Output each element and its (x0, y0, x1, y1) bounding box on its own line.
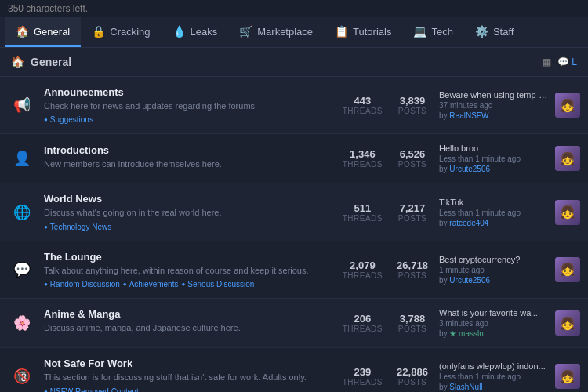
threads-stat: 511 THREADS (343, 202, 383, 223)
latest-author[interactable]: Urcute2506 (449, 276, 490, 285)
forum-info: Announcements Check here for news and up… (44, 86, 335, 124)
threads-label: THREADS (343, 214, 383, 223)
table-row: 💬 The Lounge Talk about anything here, w… (0, 241, 588, 299)
avatar: 👧 (555, 364, 580, 389)
avatar-img: 👧 (555, 257, 580, 282)
chat-icon[interactable]: 💬 L (557, 56, 577, 67)
nav-tab-leaks[interactable]: 💧 Leaks (162, 17, 229, 47)
forum-tag[interactable]: Technology News (44, 223, 111, 231)
latest-by: by RealNSFW (439, 111, 549, 120)
nav-label-leaks: Leaks (191, 26, 218, 38)
nav-label-staff: Staff (493, 26, 514, 38)
latest-post-title[interactable]: Best cryptocurrency? (439, 255, 549, 264)
forum-stats: 1,346 THREADS 6,526 POSTS (343, 148, 431, 169)
posts-value: 3,839 (400, 95, 426, 107)
forum-title[interactable]: Announcements (44, 86, 335, 98)
nav-tab-staff[interactable]: ⚙️ Staff (464, 17, 525, 47)
latest-by: by ratcode404 (439, 219, 549, 227)
section-home-icon: 🏠 (11, 56, 24, 68)
home-icon: 🏠 (16, 25, 29, 38)
forum-latest: What is your favorite wai... 3 minutes a… (439, 308, 580, 338)
posts-stat: 6,526 POSTS (394, 148, 431, 169)
forum-desc: Talk about anything here, within reason … (44, 265, 335, 277)
avatar-img: 👧 (555, 364, 580, 389)
avatar-img: 👧 (555, 200, 580, 225)
forum-latest: TikTok Less than 1 minute ago by ratcode… (439, 198, 580, 227)
forum-title[interactable]: Introductions (44, 144, 335, 156)
forum-stats: 443 THREADS 3,839 POSTS (343, 95, 431, 115)
posts-label: POSTS (398, 325, 426, 333)
threads-value: 206 (354, 313, 372, 325)
forum-tags: Technology News (44, 223, 335, 231)
forum-title[interactable]: Anime & Manga (44, 308, 335, 320)
forum-tag[interactable]: Serious Discussion (181, 280, 254, 289)
forum-title[interactable]: World News (44, 193, 335, 205)
forum-info: Introductions New members can introduce … (44, 144, 335, 173)
latest-author[interactable]: RealNSFW (449, 111, 488, 120)
forum-desc: Check here for news and updates regardin… (44, 100, 335, 112)
posts-value: 3,788 (400, 313, 426, 325)
forum-stats: 206 THREADS 3,788 POSTS (343, 313, 431, 333)
latest-author[interactable]: SlashNull (449, 383, 482, 391)
table-row: 🌐 World News Discuss what's going on in … (0, 183, 588, 241)
section-header-right: ▦ 💬 L (543, 56, 577, 67)
nav-bar: 🏠 General 🔒 Cracking 💧 Leaks 🛒 Marketpla… (0, 17, 588, 48)
nav-tab-general[interactable]: 🏠 General (5, 17, 81, 47)
forum-latest: Best cryptocurrency? 1 minute ago by Urc… (439, 255, 580, 285)
leaks-icon: 💧 (172, 25, 186, 38)
latest-post-title[interactable]: What is your favorite wai... (439, 308, 549, 318)
staff-icon: ⚙️ (475, 25, 488, 38)
tech-icon: 💻 (413, 25, 426, 38)
forum-stats: 511 THREADS 7,217 POSTS (343, 202, 431, 223)
latest-post-title[interactable]: TikTok (439, 198, 549, 207)
latest-time: 3 minutes ago (439, 319, 549, 328)
posts-label: POSTS (398, 214, 426, 223)
forum-tag[interactable]: Suggestions (44, 115, 93, 124)
threads-stat: 1,346 THREADS (343, 148, 383, 169)
nav-label-tech: Tech (431, 26, 452, 38)
nav-tab-tech[interactable]: 💻 Tech (402, 17, 463, 47)
latest-author[interactable]: Urcute2506 (449, 165, 490, 173)
nav-tab-marketplace[interactable]: 🛒 Marketplace (228, 17, 324, 47)
forum-title[interactable]: The Lounge (44, 251, 335, 263)
nav-tab-tutorials[interactable]: 📋 Tutorials (324, 17, 402, 47)
threads-stat: 443 THREADS (343, 95, 383, 115)
avatar-img: 👧 (555, 310, 580, 336)
avatar-img: 👧 (555, 93, 580, 118)
posts-stat: 3,788 POSTS (394, 313, 431, 333)
forum-tag[interactable]: Random Discussion (44, 280, 120, 289)
latest-post-title[interactable]: Hello broo (439, 143, 549, 153)
table-row: 🌸 Anime & Manga Discuss anime, manga, an… (0, 299, 588, 348)
forum-title[interactable]: Not Safe For Work (44, 358, 335, 369)
forum-tag[interactable]: NSFW Removed Content (44, 387, 139, 392)
nav-label-tutorials: Tutorials (353, 26, 391, 38)
latest-post-title[interactable]: (onlyfans wlepwlop) indon... (439, 361, 549, 371)
forum-tags: Random DiscussionAchievementsSerious Dis… (44, 280, 335, 289)
threads-value: 443 (354, 95, 372, 107)
threads-value: 2,079 (350, 260, 376, 271)
posts-stat: 7,217 POSTS (394, 202, 431, 223)
latest-by: by Urcute2506 (439, 276, 549, 285)
forum-desc: This section is for discussing stuff tha… (44, 372, 335, 383)
forum-icon: 🌸 (8, 309, 36, 337)
latest-author[interactable]: ★ massln (449, 329, 483, 338)
threads-stat: 239 THREADS (343, 366, 383, 387)
threads-label: THREADS (343, 378, 383, 387)
latest-by: by Urcute2506 (439, 165, 549, 173)
avatar: 👧 (555, 310, 580, 336)
table-row: 🔞 Not Safe For Work This section is for … (0, 348, 588, 392)
posts-stat: 26,718 POSTS (394, 260, 431, 280)
forum-desc: Discuss what's going on in the real worl… (44, 207, 335, 219)
threads-label: THREADS (343, 160, 383, 169)
threads-value: 1,346 (350, 148, 376, 160)
latest-post-title[interactable]: Beware when using temp-ma... (439, 90, 549, 100)
posts-label: POSTS (398, 378, 426, 387)
forum-tag[interactable]: Achievements (123, 280, 179, 289)
nav-label-general: General (34, 26, 70, 38)
nav-tab-cracking[interactable]: 🔒 Cracking (81, 17, 161, 47)
forum-desc: New members can introduce themselves her… (44, 158, 335, 170)
section-title: General (31, 56, 71, 68)
grid-icon[interactable]: ▦ (543, 56, 551, 67)
latest-author[interactable]: ratcode404 (449, 219, 488, 227)
forum-tags: NSFW Removed Content (44, 387, 335, 392)
